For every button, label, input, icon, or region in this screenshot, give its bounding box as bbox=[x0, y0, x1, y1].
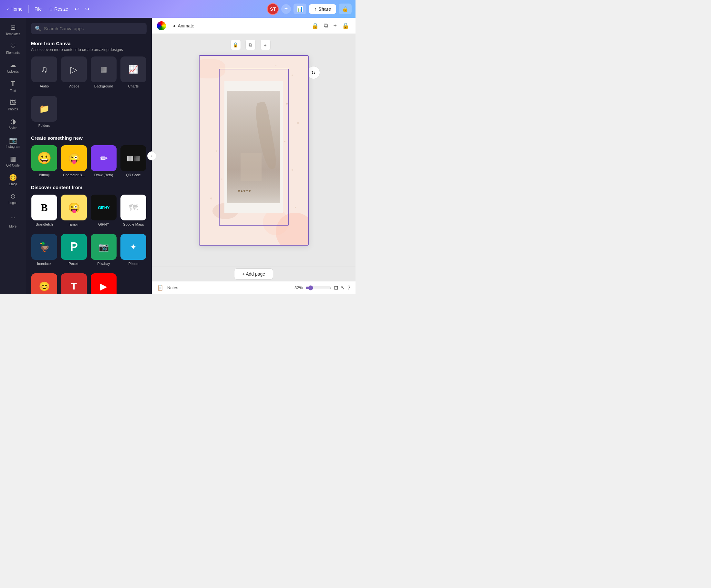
pixton-label: Pixton bbox=[129, 262, 138, 266]
sidebar-item-templates[interactable]: ⊞ Templates bbox=[2, 21, 24, 39]
add-page-button[interactable]: + Add page bbox=[234, 269, 273, 279]
sidebar-item-photos[interactable]: 🖼 Photos bbox=[2, 96, 24, 114]
app-tile-emoji-discover[interactable]: 😜 Emoji bbox=[61, 195, 87, 226]
character-builder-label: Character B... bbox=[63, 173, 85, 177]
sidebar-item-emoji[interactable]: 😊 Emoji bbox=[2, 171, 24, 188]
create-new-grid: 😀 Bitmoji 😜 Character B... ✏ Draw (Beta)… bbox=[31, 145, 147, 177]
element-add-icon[interactable]: + bbox=[260, 40, 271, 50]
search-input[interactable] bbox=[44, 26, 143, 31]
styles-label: Styles bbox=[8, 126, 17, 130]
zoom-slider[interactable] bbox=[305, 285, 331, 291]
sidebar-item-logos[interactable]: ⊙ Logos bbox=[2, 190, 24, 207]
videos-label: Videos bbox=[68, 84, 79, 88]
app-tile-iconduck[interactable]: 🦆 Iconduck bbox=[31, 234, 58, 266]
more-from-canva-title: More from Canva bbox=[31, 41, 147, 46]
pexels-label: Pexels bbox=[68, 262, 79, 266]
pexels-icon: P bbox=[61, 234, 87, 260]
zoom-level: 32% bbox=[295, 285, 303, 290]
emoji-discover-icon: 😜 bbox=[61, 195, 87, 221]
app-tile-stipon[interactable]: 😊 Stipon bbox=[31, 273, 58, 294]
collapse-panel-button[interactable]: ‹ bbox=[147, 151, 156, 160]
character-builder-icon: 😜 bbox=[61, 145, 87, 171]
app-tile-folders[interactable]: 📁 Folders bbox=[31, 96, 58, 128]
sidebar-item-more[interactable]: ··· More bbox=[2, 208, 24, 231]
app-tile-tint[interactable]: T TINT bbox=[61, 273, 87, 294]
googlemaps-label: Google Maps bbox=[123, 222, 144, 226]
inner-frame bbox=[219, 69, 289, 226]
file-button[interactable]: File bbox=[31, 4, 45, 14]
tint-icon: T bbox=[61, 273, 87, 294]
sidebar-item-qrcode[interactable]: ▦ QR Code bbox=[2, 152, 24, 170]
background-icon: ▦ bbox=[91, 56, 116, 82]
notes-icon: 📋 bbox=[157, 285, 164, 291]
app-tile-pixabay[interactable]: 📷 Pixabay bbox=[90, 234, 117, 266]
add-collaborator-button[interactable]: + bbox=[281, 4, 291, 14]
app-tile-brandfetch[interactable]: B Brandfetch bbox=[31, 195, 58, 226]
regenerate-button[interactable]: ↻ bbox=[307, 66, 320, 79]
sidebar-item-uploads[interactable]: ☁ Uploads bbox=[2, 59, 24, 76]
logos-icon: ⊙ bbox=[10, 193, 16, 200]
photos-icon: 🖼 bbox=[10, 99, 16, 107]
fullscreen-button[interactable]: ⤡ bbox=[341, 285, 345, 291]
lock-button[interactable]: 🔒 bbox=[339, 3, 352, 14]
canvas-toolbar-right: 🔒 ⧉ + 🔒 bbox=[310, 21, 350, 31]
topbar-separator bbox=[28, 5, 29, 13]
element-lock-icon[interactable]: 🔒 bbox=[231, 40, 241, 50]
googlemaps-icon: 🗺 bbox=[121, 195, 146, 221]
iconduck-icon: 🦆 bbox=[31, 234, 57, 260]
home-label: Home bbox=[10, 6, 22, 12]
giphy-icon: GIPHY bbox=[91, 195, 116, 221]
draw-beta-icon: ✏ bbox=[91, 145, 116, 171]
pixton-icon: ✦ bbox=[121, 234, 146, 260]
draw-beta-label: Draw (Beta) bbox=[94, 173, 113, 177]
lock-element-button[interactable]: 🔒 bbox=[310, 21, 320, 31]
sidebar-item-elements[interactable]: ♡ Elements bbox=[2, 40, 24, 57]
more-label: More bbox=[9, 225, 17, 228]
app-tile-bitmoji[interactable]: 😀 Bitmoji bbox=[31, 145, 58, 177]
app-tile-youtube[interactable]: ▶ YouTube bbox=[90, 273, 117, 294]
share-button[interactable]: ↑ Share bbox=[309, 4, 336, 14]
app-tile-character-builder[interactable]: 😜 Character B... bbox=[61, 145, 87, 177]
app-tile-audio[interactable]: ♫ Audio bbox=[31, 56, 58, 88]
sidebar-item-text[interactable]: T Text bbox=[2, 77, 24, 95]
app-tile-background[interactable]: ▦ Background bbox=[90, 56, 117, 88]
app-tile-videos[interactable]: ▷ Videos bbox=[61, 56, 87, 88]
color-picker-button[interactable] bbox=[157, 21, 166, 30]
templates-label: Templates bbox=[5, 32, 20, 36]
resize-button[interactable]: ⊞ Resize bbox=[46, 4, 71, 14]
pixabay-icon: 📷 bbox=[91, 234, 116, 260]
duplicate-button[interactable]: ⧉ bbox=[323, 21, 329, 30]
photos-label: Photos bbox=[8, 108, 18, 111]
text-icon: T bbox=[10, 80, 15, 88]
stipon-icon: 😊 bbox=[31, 273, 57, 294]
avatar[interactable]: ST bbox=[267, 3, 279, 15]
app-tile-pexels[interactable]: P Pexels bbox=[61, 234, 87, 266]
more-icon: ··· bbox=[8, 211, 18, 224]
qr-code-label: QR Code bbox=[126, 173, 141, 177]
animate-button[interactable]: ● Animate bbox=[170, 21, 198, 30]
app-tile-qr-code[interactable]: ▦▦ QR Code bbox=[120, 145, 147, 177]
app-tile-googlemaps[interactable]: 🗺 Google Maps bbox=[120, 195, 147, 226]
fit-page-button[interactable]: ⊡ bbox=[334, 285, 338, 291]
add-element-button[interactable]: + bbox=[332, 21, 338, 30]
more-from-canva-subtitle: Access even more content to create amazi… bbox=[31, 47, 147, 52]
giphy-label: GIPHY bbox=[98, 222, 109, 226]
element-toolbar: 🔒 ⧉ + bbox=[231, 40, 271, 50]
canvas-lock-button[interactable]: 🔒 bbox=[341, 21, 350, 31]
sidebar-item-instagram[interactable]: 📷 Instagram bbox=[2, 134, 24, 151]
app-tile-giphy[interactable]: GIPHY GIPHY bbox=[90, 195, 117, 226]
help-button[interactable]: ? bbox=[347, 285, 350, 291]
canvas-toolbar: ● Animate 🔒 ⧉ + 🔒 bbox=[152, 18, 356, 34]
sidebar-item-styles[interactable]: ◑ Styles bbox=[2, 115, 24, 132]
instagram-label: Instagram bbox=[6, 145, 20, 149]
audio-label: Audio bbox=[40, 84, 49, 88]
back-button[interactable]: ‹ Home bbox=[4, 4, 26, 14]
app-tile-charts[interactable]: 📈 Charts bbox=[120, 56, 147, 88]
analytics-button[interactable]: 📊 bbox=[294, 3, 306, 14]
undo-redo-group: ↩ ↪ bbox=[73, 4, 91, 14]
redo-button[interactable]: ↪ bbox=[83, 4, 91, 14]
app-tile-draw-beta[interactable]: ✏ Draw (Beta) bbox=[90, 145, 117, 177]
element-copy-icon[interactable]: ⧉ bbox=[245, 40, 256, 50]
app-tile-pixton[interactable]: ✦ Pixton bbox=[120, 234, 147, 266]
undo-button[interactable]: ↩ bbox=[73, 4, 81, 14]
